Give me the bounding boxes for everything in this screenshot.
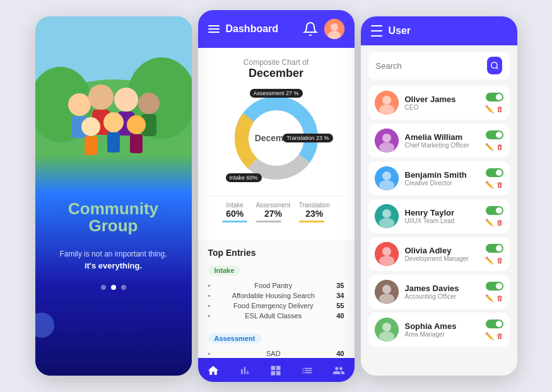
user-role: Area Manager: [405, 331, 479, 338]
user-header: User: [361, 16, 517, 45]
svg-point-36: [379, 180, 394, 190]
nav-home[interactable]: [207, 364, 220, 377]
user-info: Olivia Adley Development Manager: [405, 246, 479, 262]
delete-icon[interactable]: 🗑: [496, 181, 503, 189]
assessment-list: SAD40MOODY33: [208, 349, 344, 358]
legend-assessment: Assessment 27%: [256, 202, 290, 222]
intake-badge: Intake 60%: [226, 173, 262, 182]
search-button[interactable]: [487, 57, 502, 74]
svg-point-39: [379, 218, 394, 228]
user-hamburger[interactable]: [371, 25, 382, 37]
edit-icon[interactable]: ✏️: [485, 105, 494, 113]
user-list-item[interactable]: Sophia Ames Area Manager ✏️ 🗑: [368, 313, 510, 347]
delete-icon[interactable]: 🗑: [496, 294, 503, 303]
nav-list[interactable]: [301, 364, 314, 377]
svg-rect-14: [85, 136, 97, 155]
user-toggle[interactable]: [486, 244, 503, 253]
bell-icon[interactable]: [303, 21, 318, 37]
user-list-item[interactable]: Amelia William Chief Marketing Officer ✏…: [368, 124, 510, 158]
user-actions: ✏️ 🗑: [485, 320, 503, 340]
edit-icon[interactable]: ✏️: [485, 219, 494, 227]
svg-point-15: [103, 112, 124, 132]
delete-icon[interactable]: 🗑: [496, 105, 503, 113]
edit-icon[interactable]: ✏️: [485, 257, 494, 265]
user-list-item[interactable]: Henry Taylor UI/UX Team Lead ✏️ 🗑: [368, 199, 510, 233]
dot-2[interactable]: [111, 285, 116, 290]
chart-icon: [238, 364, 251, 377]
legend-translation: Translation 23%: [299, 202, 330, 222]
user-list: Oliver James CEO ✏️ 🗑 Amelia William Chi…: [361, 86, 517, 376]
search-input[interactable]: [376, 61, 482, 71]
dot-3[interactable]: [121, 285, 126, 290]
user-info: James Davies Accounting Officer: [405, 284, 479, 300]
svg-rect-18: [130, 134, 143, 153]
nav-grid[interactable]: [269, 364, 282, 377]
user-name: Henry Taylor: [405, 208, 479, 217]
dashboard-header: Dashboard: [198, 10, 355, 48]
action-icons: ✏️ 🗑: [485, 143, 503, 151]
delete-icon[interactable]: 🗑: [496, 219, 503, 227]
community-bottom: CommunityGroup Family is not an importan…: [35, 193, 192, 376]
action-icons: ✏️ 🗑: [485, 257, 503, 265]
chart-month: December: [208, 67, 344, 80]
list-icon: [301, 364, 314, 377]
user-toggle[interactable]: [486, 168, 503, 177]
user-toggle[interactable]: [486, 93, 503, 101]
svg-point-33: [379, 142, 394, 153]
nav-users[interactable]: [332, 364, 345, 377]
edit-icon[interactable]: ✏️: [485, 143, 494, 151]
user-toggle[interactable]: [486, 130, 503, 139]
dashboard-navbar: [198, 358, 355, 382]
assessment-bar: [256, 221, 281, 222]
user-avatar: [375, 318, 399, 342]
user-list-item[interactable]: Oliver James CEO ✏️ 🗑: [368, 86, 510, 120]
user-avatar[interactable]: [324, 19, 344, 39]
dashboard-content: Composite Chart of December December Ass…: [198, 48, 355, 358]
edit-icon[interactable]: ✏️: [485, 294, 494, 303]
user-panel: User Oliver James CEO ✏️ 🗑: [361, 16, 517, 376]
svg-point-5: [68, 93, 91, 116]
svg-point-41: [382, 247, 391, 256]
community-panel: CommunityGroup Family is not an importan…: [35, 16, 192, 376]
user-toggle[interactable]: [486, 320, 503, 328]
action-icons: ✏️ 🗑: [485, 181, 503, 189]
user-list-item[interactable]: James Davies Accounting Officer ✏️ 🗑: [368, 275, 510, 309]
user-info: Benjamin Smith Creative Director: [405, 170, 479, 187]
entry-count: 34: [336, 292, 344, 299]
svg-rect-16: [107, 132, 120, 153]
svg-point-30: [379, 105, 394, 115]
decorative-bubble: [35, 313, 54, 338]
community-photo: [35, 16, 192, 193]
svg-point-32: [382, 134, 391, 142]
intake-badge-tag: Intake: [208, 265, 241, 275]
user-list-item[interactable]: Olivia Adley Development Manager ✏️ 🗑: [368, 237, 510, 271]
user-toggle[interactable]: [486, 206, 503, 215]
user-role: Development Manager: [405, 255, 479, 262]
hamburger-menu[interactable]: [208, 25, 220, 33]
action-icons: ✏️ 🗑: [485, 105, 503, 113]
user-toggle[interactable]: [486, 282, 503, 291]
delete-icon[interactable]: 🗑: [496, 332, 503, 340]
avatar-svg: [375, 242, 399, 266]
edit-icon[interactable]: ✏️: [485, 181, 494, 189]
dot-1[interactable]: [101, 285, 106, 290]
user-avatar: [375, 280, 399, 304]
user-name: James Davies: [405, 284, 479, 293]
nav-chart[interactable]: [238, 364, 251, 377]
intake-list: Food Pantry35Affordable Housing Search34…: [208, 280, 344, 321]
user-info: Sophia Ames Area Manager: [405, 321, 479, 338]
user-name: Sophia Ames: [405, 321, 479, 331]
svg-point-29: [382, 96, 391, 105]
svg-point-35: [382, 171, 391, 180]
user-info: Henry Taylor UI/UX Team Lead: [405, 208, 479, 224]
delete-icon[interactable]: 🗑: [496, 143, 503, 151]
user-role: Chief Marketing Officer: [405, 142, 479, 149]
delete-icon[interactable]: 🗑: [496, 257, 503, 265]
entry-name: ESL Adult Classes: [245, 312, 302, 320]
user-list-item[interactable]: Benjamin Smith Creative Director ✏️ 🗑: [368, 161, 510, 195]
edit-icon[interactable]: ✏️: [485, 332, 494, 340]
user-name: Benjamin Smith: [405, 170, 479, 180]
user-avatar: [375, 204, 399, 228]
entry-count: 40: [336, 350, 344, 357]
avatar-svg: [375, 91, 399, 115]
